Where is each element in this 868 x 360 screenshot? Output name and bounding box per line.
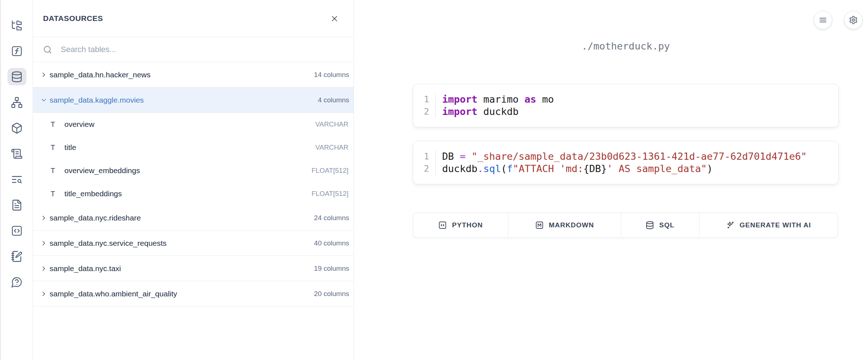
table-row[interactable]: sample_data.hn.hacker_news14 columns [33, 62, 353, 87]
code-token: = [460, 151, 472, 162]
column-row[interactable]: Toverview_embeddingsFLOAT[512] [33, 159, 353, 182]
table-row[interactable]: sample_data.kaggle.movies4 columns [33, 87, 353, 113]
row-meta: 4 columns [318, 96, 349, 104]
code-token: {DB} [583, 163, 607, 174]
sidebar-item-snippets[interactable] [8, 222, 26, 239]
add-cell-bar: PYTHON MARKDOWN SQL GENERATE WITH AI [413, 213, 838, 238]
code-token: duckdb [442, 163, 478, 174]
search-icon [43, 45, 52, 54]
notebook-filename: ./motherduck.py [413, 40, 839, 52]
table-row[interactable]: sample_data.who.ambient_air_quality20 co… [33, 281, 353, 307]
line-number-gutter: 12 [413, 150, 436, 175]
row-meta: 40 columns [314, 239, 349, 247]
row-meta: 19 columns [314, 265, 349, 273]
column-type-icon: T [49, 189, 56, 198]
code-line: duckdb.sql(f"ATTACH 'md:{DB}' AS sample_… [442, 163, 807, 175]
sidebar-item-scratchpad[interactable] [8, 248, 26, 265]
code-token: DB [442, 151, 460, 162]
sidebar-item-dependency-graph[interactable] [8, 94, 26, 111]
row-name: sample_data.hn.hacker_news [50, 70, 151, 79]
code-token: ' AS sample_data" [607, 163, 707, 174]
column-row[interactable]: Ttitle_embeddingsFLOAT[512] [33, 182, 353, 205]
row-name: overview [64, 120, 94, 129]
chevron-right-icon [40, 265, 47, 272]
row-name: title_embeddings [64, 189, 122, 198]
notebook-main: ./motherduck.py 12 import marimo as moim… [354, 0, 868, 360]
sidebar-item-help[interactable] [8, 273, 26, 291]
notebook-pen-icon [11, 250, 23, 262]
sidebar-item-datasources[interactable] [8, 68, 26, 85]
line-number: 2 [413, 106, 429, 118]
package-icon [11, 122, 23, 134]
top-actions [814, 11, 863, 29]
sparkles-icon [726, 221, 734, 230]
code-token: import [442, 106, 478, 117]
code-token: f [507, 163, 513, 174]
code-token: sql [483, 163, 501, 174]
row-meta: 20 columns [314, 290, 349, 298]
line-number-gutter: 12 [413, 93, 436, 118]
database-icon [11, 71, 23, 83]
code-square-icon [11, 225, 23, 237]
add-cell-label: PYTHON [452, 221, 483, 229]
table-row[interactable]: sample_data.nyc.taxi19 columns [33, 256, 353, 281]
sidebar-item-variables[interactable] [8, 42, 26, 60]
folder-tree-icon [11, 20, 23, 31]
add-cell-label: MARKDOWN [549, 221, 594, 229]
close-panel-button[interactable] [330, 14, 339, 23]
add-python-cell-button[interactable]: PYTHON [413, 213, 508, 237]
row-meta: VARCHAR [316, 143, 349, 151]
code-token: import [442, 94, 478, 105]
sidebar-item-logs[interactable] [8, 145, 26, 162]
chevron-right-icon [40, 214, 47, 222]
row-name: sample_data.kaggle.movies [50, 96, 144, 104]
database-icon [645, 221, 654, 230]
row-meta: VARCHAR [316, 120, 349, 128]
help-chat-icon [11, 276, 23, 288]
column-row[interactable]: ToverviewVARCHAR [33, 113, 353, 136]
sidebar-item-files[interactable] [8, 17, 26, 34]
code-token: ) [707, 163, 713, 174]
code-token: mo [536, 94, 554, 105]
add-cell-label: GENERATE WITH AI [740, 221, 811, 229]
add-cell-label: SQL [659, 221, 674, 229]
sidebar-item-documentation[interactable] [8, 196, 26, 214]
sidebar-item-packages[interactable] [8, 119, 26, 137]
code-line: import duckdb [442, 106, 554, 118]
panel-title: DATASOURCES [43, 14, 103, 23]
settings-button[interactable] [844, 11, 863, 29]
search-input[interactable] [61, 45, 343, 54]
code-token: "_share/sample_data/23b0d623-1361-421d-a… [471, 151, 807, 162]
code-editor[interactable]: import marimo as moimport duckdb [436, 93, 554, 118]
notebook-menu-button[interactable] [814, 11, 832, 29]
chevron-right-icon [40, 240, 47, 247]
add-markdown-cell-button[interactable]: MARKDOWN [508, 213, 621, 237]
chevron-right-icon [40, 290, 47, 297]
file-text-icon [11, 199, 23, 211]
column-type-icon: T [49, 120, 56, 129]
code-cell[interactable]: 12 import marimo as moimport duckdb [413, 84, 839, 127]
row-name: sample_data.nyc.taxi [50, 264, 121, 273]
add-sql-cell-button[interactable]: SQL [621, 213, 699, 237]
close-icon [330, 14, 339, 23]
code-editor[interactable]: DB = "_share/sample_data/23b0d623-1361-4… [436, 150, 807, 175]
sidebar-item-outline-search[interactable] [8, 171, 26, 188]
network-icon [11, 97, 23, 108]
row-name: overview_embeddings [64, 166, 140, 175]
column-row[interactable]: TtitleVARCHAR [33, 136, 353, 159]
markdown-square-icon [535, 221, 544, 230]
line-number: 2 [413, 163, 429, 175]
code-square-icon [438, 221, 447, 230]
table-row[interactable]: sample_data.nyc.rideshare24 columns [33, 205, 353, 231]
datasources-panel: DATASOURCES sample_data.hn.hacker_news14… [33, 0, 354, 360]
table-row[interactable]: sample_data.nyc.service_requests40 colum… [33, 231, 353, 256]
code-cell[interactable]: 12 DB = "_share/sample_data/23b0d623-136… [413, 141, 839, 184]
row-name: sample_data.who.ambient_air_quality [50, 290, 177, 298]
generate-with-ai-button[interactable]: GENERATE WITH AI [699, 213, 838, 237]
gear-icon [849, 16, 858, 25]
column-type-icon: T [49, 166, 56, 175]
code-token: as [525, 94, 537, 105]
row-meta: FLOAT[512] [312, 167, 348, 175]
row-meta: 24 columns [314, 214, 349, 222]
icon-rail [0, 0, 33, 360]
